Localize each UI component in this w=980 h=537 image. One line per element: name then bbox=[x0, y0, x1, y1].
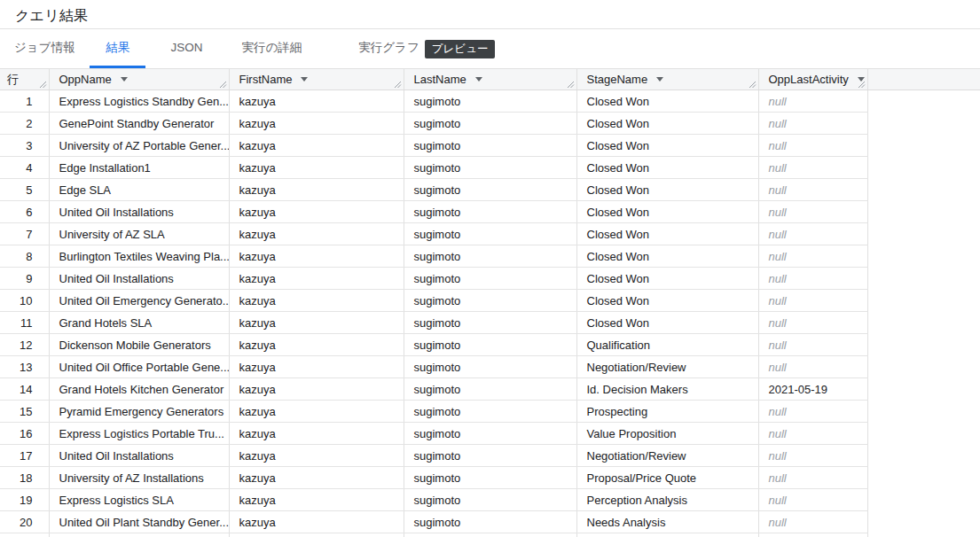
cell-firstname: kazuya bbox=[229, 356, 404, 378]
cell-stagename: Prospecting bbox=[576, 401, 758, 423]
table-row: 18 University of AZ Installations kazuya… bbox=[0, 467, 980, 489]
column-menu-caret-icon[interactable] bbox=[656, 77, 663, 82]
column-resize-handle[interactable] bbox=[567, 81, 575, 89]
row-number-cell: 11 bbox=[0, 312, 49, 334]
cell-lastname: sugimoto bbox=[404, 445, 576, 467]
cell-stagename: Negotiation/Review bbox=[576, 445, 758, 467]
row-number-header: 行 bbox=[0, 69, 49, 90]
cell-firstname: kazuya bbox=[229, 511, 404, 533]
row-number-cell: 20 bbox=[0, 511, 49, 533]
column-header-label: FirstName bbox=[239, 73, 293, 86]
cell-opplastactivity: null bbox=[758, 201, 867, 223]
tab-execution-graph[interactable]: 実行グラフ bbox=[358, 29, 419, 68]
tab-json[interactable]: JSON bbox=[170, 29, 202, 68]
cell-opplastactivity: null bbox=[758, 245, 867, 268]
cell-oppname: Grand Hotels Kitchen Generator bbox=[49, 378, 229, 401]
table-row: 7 University of AZ SLA kazuya sugimoto C… bbox=[0, 223, 980, 245]
table-row: 12 Dickenson Mobile Generators kazuya su… bbox=[0, 334, 980, 356]
cell-stagename: Closed Won bbox=[576, 90, 758, 113]
table-row: 6 United Oil Installations kazuya sugimo… bbox=[0, 201, 980, 223]
cell-lastname: sugimoto bbox=[404, 90, 576, 113]
cell-lastname: sugimoto bbox=[404, 223, 576, 245]
cell-stagename: Closed Won bbox=[576, 245, 758, 268]
column-header-OppLastActivity[interactable]: OppLastActivity bbox=[758, 69, 867, 90]
cell-opplastactivity: null bbox=[758, 489, 867, 511]
cell-lastname: sugimoto bbox=[404, 135, 576, 157]
table-row: 19 Express Logistics SLA kazuya sugimoto… bbox=[0, 489, 980, 511]
cell-filler bbox=[867, 135, 980, 157]
column-header-OppName[interactable]: OppName bbox=[49, 69, 229, 90]
column-header-FirstName[interactable]: FirstName bbox=[229, 69, 404, 90]
cell-filler bbox=[867, 334, 980, 356]
cell-filler bbox=[867, 489, 980, 511]
row-number-cell: 13 bbox=[0, 356, 49, 378]
column-resize-handle[interactable] bbox=[39, 81, 47, 89]
cell-firstname: kazuya bbox=[229, 423, 404, 445]
cell-filler bbox=[867, 157, 980, 179]
query-results-panel: クエリ結果 ジョブ情報 結果 JSON 実行の詳細 実行グラフ プレビュー 行 bbox=[0, 0, 980, 537]
cell-lastname: sugimoto bbox=[404, 401, 576, 423]
preview-badge[interactable]: プレビュー bbox=[425, 40, 496, 58]
cell-opplastactivity: null bbox=[758, 290, 867, 312]
column-header-StageName[interactable]: StageName bbox=[576, 69, 758, 90]
cell-stagename: Negotiation/Review bbox=[576, 356, 758, 378]
column-menu-caret-icon[interactable] bbox=[475, 77, 482, 82]
column-header-label: OppName bbox=[59, 73, 112, 86]
cell-filler bbox=[867, 511, 980, 533]
cell-stagename: Closed Won bbox=[576, 268, 758, 290]
cell-firstname: kazuya bbox=[229, 90, 404, 113]
table-row: 15 Pyramid Emergency Generators kazuya s… bbox=[0, 401, 980, 423]
cell-filler bbox=[867, 401, 980, 423]
table-body: 1 Express Logistics Standby Gen... kazuy… bbox=[0, 90, 980, 537]
cell-stagename: Id. Decision Makers bbox=[576, 378, 758, 401]
title-row: クエリ結果 bbox=[0, 0, 980, 28]
cell-filler bbox=[867, 201, 980, 223]
column-menu-caret-icon[interactable] bbox=[121, 77, 128, 82]
column-header-label: LastName bbox=[414, 73, 466, 86]
table-row: 2 GenePoint Standby Generator kazuya sug… bbox=[0, 113, 980, 135]
cell-filler bbox=[867, 223, 980, 245]
cell-oppname: GenePoint Standby Generator bbox=[49, 113, 229, 135]
table-row: 13 United Oil Office Portable Gene... ka… bbox=[0, 356, 980, 378]
cell-opplastactivity: null bbox=[758, 157, 867, 179]
tab-job-info[interactable]: ジョブ情報 bbox=[14, 29, 74, 68]
tab-label: 実行グラフ bbox=[358, 40, 419, 56]
row-number-header-label: 行 bbox=[7, 73, 19, 86]
row-number-cell: 4 bbox=[0, 157, 49, 179]
column-resize-handle[interactable] bbox=[858, 81, 866, 89]
cell-oppname: Edge SLA bbox=[49, 179, 229, 201]
cell-filler bbox=[867, 113, 980, 135]
cell-stagename: Needs Analysis bbox=[576, 511, 758, 533]
column-menu-caret-icon[interactable] bbox=[301, 77, 308, 82]
results-table: 行 OppName FirstName LastName bbox=[0, 68, 980, 537]
cell-oppname: United Oil Office Portable Gene... bbox=[49, 356, 229, 378]
cell-lastname: sugimoto bbox=[404, 423, 576, 445]
tab-execution-details[interactable]: 実行の詳細 bbox=[241, 29, 302, 68]
cell-oppname: United Oil Installations bbox=[49, 201, 229, 223]
table-row: 14 Grand Hotels Kitchen Generator kazuya… bbox=[0, 378, 980, 401]
cell-opplastactivity: null bbox=[758, 90, 867, 113]
row-number-cell: 14 bbox=[0, 378, 49, 401]
page-title: クエリ結果 bbox=[15, 8, 88, 23]
cell-opplastactivity: null bbox=[758, 135, 867, 157]
cell-lastname: sugimoto bbox=[404, 378, 576, 401]
column-header-label: OppLastActivity bbox=[769, 73, 849, 86]
column-header-LastName[interactable]: LastName bbox=[404, 69, 576, 90]
cell-filler bbox=[867, 445, 980, 467]
cell-oppname: Dickenson Mobile Generators bbox=[49, 334, 229, 356]
tab-label: 実行の詳細 bbox=[241, 40, 302, 56]
column-resize-handle[interactable] bbox=[394, 81, 402, 89]
table-row: 17 United Oil Installations kazuya sugim… bbox=[0, 445, 980, 467]
cell-lastname: sugimoto bbox=[404, 489, 576, 511]
row-number-cell: 8 bbox=[0, 245, 49, 268]
cell-lastname: sugimoto bbox=[404, 113, 576, 135]
row-number-cell: 7 bbox=[0, 223, 49, 245]
column-resize-handle[interactable] bbox=[219, 81, 227, 89]
row-number-cell: 19 bbox=[0, 489, 49, 511]
cell-opplastactivity: null bbox=[758, 445, 867, 467]
cell-firstname: kazuya bbox=[229, 334, 404, 356]
cell-firstname: kazuya bbox=[229, 113, 404, 135]
tab-results[interactable]: 結果 bbox=[90, 29, 145, 68]
column-resize-handle[interactable] bbox=[749, 81, 757, 89]
cell-stagename: Closed Won bbox=[576, 157, 758, 179]
